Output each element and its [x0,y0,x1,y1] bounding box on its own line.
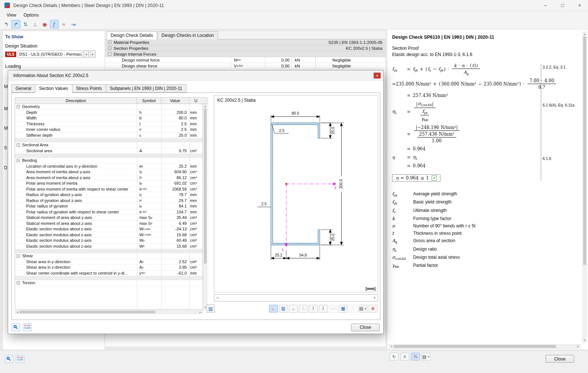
refresh-results-icon[interactable]: ↻ [390,353,398,360]
scrollbar-thumb[interactable] [583,36,586,265]
column-header-value[interactable]: Value [161,98,189,104]
section-value-row[interactable]: Widthb80.0mm [15,115,203,121]
decimal-places-button[interactable]: 0,00 [23,323,32,331]
section-value-row[interactable]: Depthh200.0mm [15,110,203,116]
scroll-right-icon[interactable]: ► [576,345,580,348]
zoom-icon[interactable] [4,355,13,363]
scroll-up-icon[interactable]: ▲ [583,32,587,36]
tab-general[interactable]: General [11,84,35,93]
section-value-row[interactable]: Elastic section modulus about z-axisWy60… [15,238,203,244]
collapse-icon[interactable]: − [17,254,20,258]
extreme-values-icon[interactable]: ◉ [40,20,49,28]
design-check-details-icon[interactable]: ƒ [50,20,59,28]
print-icon[interactable]: ▤▼ [359,305,367,313]
menu-view[interactable]: View [3,11,20,19]
scrollbar-thumb[interactable] [20,311,155,313]
tab-design-check-details[interactable]: Design Check Details [107,31,157,39]
vertical-scrollbar[interactable]: ▲ ▼ [582,32,587,343]
measure-tool-icon[interactable]: ⊥ [31,20,39,28]
section-value-row[interactable]: Inner corner radiusri2.5mm [15,127,203,133]
close-button[interactable]: Close [546,355,574,363]
tree-group-row[interactable]: +Material PropertiesS235 | EN 1993-1-1:2… [105,39,385,45]
column-header-symbol[interactable]: Symbol [137,98,161,104]
section-group-row[interactable]: −Sectional Area [15,142,203,148]
result-diagram-icon[interactable]: ≈ [59,20,68,28]
section-value-row[interactable]: Elastic section modulus about z-axisWz,m… [15,226,203,232]
section-value-row[interactable]: Polar radius of gyration with respect to… [15,209,203,215]
scroll-left-icon[interactable]: ◄ [390,345,393,348]
section-value-row[interactable]: Radius of gyration about y-axisiy78.7mm [15,192,203,198]
tree-group-row[interactable]: +Section PropertiesKC 200x2.5 | Staba [105,45,385,51]
dialog-close-button[interactable]: Close [351,324,380,331]
zoom-icon[interactable] [11,323,20,331]
table-icon[interactable]: ▦ [339,305,347,313]
section-group-row[interactable]: −Geometry [15,104,203,110]
section-value-row[interactable]: Stiffener depthc25.0mm [15,133,203,139]
sort-results-icon[interactable]: ⇅ [21,20,30,28]
scroll-down-icon[interactable]: ▼ [583,338,587,342]
text-values-icon[interactable]: I [319,305,328,313]
section-value-row[interactable]: Shear area in y-directionAy2.52cm² [15,259,203,265]
minimize-button[interactable]: – [537,0,554,11]
tab-section-values[interactable]: Section Values [35,84,72,93]
section-value-row[interactable]: Elastic section modulus about z-axisWz15… [15,244,203,250]
decimal-places-button[interactable]: 0,00 [16,355,25,363]
scrollbar-thumb[interactable] [204,109,207,264]
viewer-option-select[interactable]: -- ▼ [214,294,378,301]
horizontal-scrollbar[interactable]: ◄ ► [389,344,581,349]
print-icon[interactable]: ▤▼ [422,353,430,360]
section-value-row[interactable]: Polar area moment of inertia with respec… [15,186,203,192]
collapse-icon[interactable]: − [17,281,20,285]
column-header-description[interactable]: Description [15,98,137,104]
section-value-row[interactable]: Statical moment of area about y-axismax … [15,215,203,221]
tree-item-row[interactable]: Design shear forceVz,Ed0.00kNNegligible [105,63,385,69]
section-value-row[interactable]: Location of centroidal axis in y-directi… [15,164,203,170]
previous-situation-button[interactable]: ◄ [83,50,89,58]
scroll-left-icon[interactable]: ◄ [15,310,19,314]
redo-view-icon[interactable]: ↱ [11,20,20,28]
section-group-row[interactable]: −Bending [15,158,203,164]
section-group-row[interactable]: −Shear [15,253,203,259]
next-situation-button[interactable]: ► [90,50,96,58]
tab-stress-points[interactable]: Stress Points [72,84,106,93]
relation-scheme-icon[interactable]: ↝ [69,20,78,28]
section-value-row[interactable]: Shear area in z-directionAz3.95cm² [15,265,203,271]
navigate-list-icon[interactable]: ≡ [400,353,409,360]
export-table-icon[interactable]: ▥ [207,304,215,313]
expander-icon[interactable]: + [108,41,111,44]
section-value-row[interactable]: Area moment of inertia about z-axisIz86.… [15,175,203,181]
tree-item-row[interactable]: Design normal forceNEd0.00kNNegligible [105,57,385,63]
section-value-row[interactable]: Radius of gyration about z-axisiz29.7mm [15,198,203,204]
close-window-button[interactable]: × [571,0,588,11]
dimensions-icon[interactable]: ↔ [289,305,298,313]
formula-references-icon[interactable]: ¾ [411,353,420,360]
expander-icon[interactable]: + [108,46,111,50]
section-value-row[interactable]: Polar area moment of inertiaIp691.02cm⁴ [15,181,203,186]
design-situation-select[interactable]: DS1 - ULS (STR/GEO) - Perman... ▼ [17,50,82,58]
section-value-row[interactable]: Elastic section modulus about z-axisWz,m… [15,232,203,238]
section-value-row[interactable]: Thicknesst2.5mm [15,121,203,127]
section-value-row[interactable]: Polar radius of gyrationip84.1mm [15,203,203,209]
collapse-icon[interactable]: − [17,105,20,108]
collapse-icon[interactable]: − [17,159,20,162]
expander-icon[interactable]: − [108,52,111,56]
maximize-button[interactable]: □ [554,0,571,11]
section-value-row[interactable]: Sectional areaA9.75cm² [15,148,203,154]
hatching-icon[interactable]: ▨ [279,305,288,313]
table-horizontal-scrollbar[interactable]: ◄ ► [15,310,203,314]
dialog-close-icon[interactable]: × [374,73,381,79]
section-value-row[interactable]: Statical moment of area about z-axismax … [15,221,203,227]
menu-options[interactable]: Options [20,11,42,19]
scroll-right-icon[interactable]: ► [198,310,202,314]
axes-icon[interactable]: ∟ [269,305,278,313]
table-vertical-scrollbar[interactable]: ▲ ▼ [203,104,207,310]
parts-icon[interactable]: I [309,305,318,313]
scrollbar-thumb[interactable] [394,345,556,348]
collapse-icon[interactable]: − [17,143,20,147]
tab-design-checks-in-location[interactable]: Design Checks in Location [158,31,218,39]
undo-view-icon[interactable]: ↰ [2,20,11,28]
zoom-reset-icon[interactable]: ⊗ [369,305,377,313]
scroll-up-icon[interactable]: ▲ [204,105,207,108]
section-group-row[interactable]: −Torsion [15,280,203,286]
tab-subpanels[interactable]: Subpanels | EN 1993 | DIN | 2020-11 [106,84,187,93]
